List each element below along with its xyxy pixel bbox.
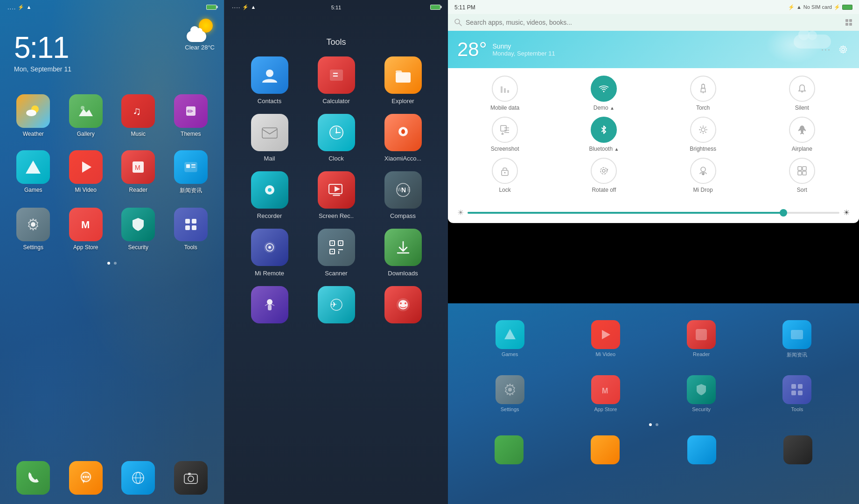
qs-btn-bluetooth[interactable] [591, 117, 617, 143]
cloud-icon [187, 31, 206, 42]
qs-btn-midrop[interactable] [690, 158, 716, 184]
brightness-max-icon: ☀ [843, 208, 850, 217]
qs-label-midrop: Mi Drop [693, 187, 713, 193]
app-item-reader[interactable]: M Reader [114, 150, 162, 195]
drawer-item-app13[interactable] [238, 286, 300, 327]
charging-icon: ⚡ [834, 4, 840, 10]
qs-item-torch[interactable]: Torch [656, 76, 751, 111]
drawer-app-grid: Contacts = Calculator Explorer Mail [224, 56, 448, 327]
drawer-icon-xiaomiaccount [384, 114, 422, 151]
drawer-label-miremote: Mi Remote [255, 270, 284, 277]
svg-rect-63 [338, 249, 340, 250]
drawer-label-explorer: Explorer [391, 98, 414, 105]
nb-dock-messages [559, 435, 651, 464]
qs-item-sort[interactable]: Sort [754, 158, 850, 193]
svg-point-31 [266, 70, 273, 77]
brightness-slider-thumb[interactable] [780, 209, 787, 217]
drawer-item-mail[interactable]: Mail [238, 114, 300, 162]
qs-item-demo[interactable]: Demo ▲ [556, 76, 651, 111]
drawer-item-downloads[interactable]: Downloads [372, 229, 434, 277]
drawer-label-screenrec: Screen Rec.. [319, 212, 354, 219]
app-item-mivideo[interactable]: Mi Video [62, 150, 110, 195]
drawer-item-clock[interactable]: Clock [305, 114, 367, 162]
svg-rect-12 [191, 164, 196, 166]
qs-btn-silent[interactable] [789, 76, 815, 102]
qs-item-silent[interactable]: Silent [754, 76, 850, 111]
wifi-notif-icon: ▲ [796, 4, 802, 10]
home-weather-widget[interactable]: Clear 28°C [185, 19, 215, 51]
dock-item-camera[interactable] [167, 461, 215, 495]
app-item-settings[interactable]: Settings [9, 208, 57, 251]
app-item-security[interactable]: Security [114, 208, 162, 251]
app-item-music[interactable]: ♫ Music [114, 94, 162, 137]
svg-text:♫: ♫ [133, 105, 141, 117]
dock-item-messages[interactable] [62, 461, 110, 495]
drawer-item-recorder[interactable]: Recorder [238, 171, 300, 219]
svg-marker-48 [335, 186, 340, 192]
notif-bottom-apps-row1: Games Mi Video Reader [455, 311, 852, 366]
app-label-weather: Weather [23, 131, 44, 137]
app-item-appstore[interactable]: M App Store [62, 208, 110, 251]
settings-btn[interactable] [837, 43, 850, 56]
app-drawer: ···· ⚡ ▲ 5:11 Tools Contacts = Calculato… [224, 0, 448, 504]
app-icon-music: ♫ [121, 94, 155, 128]
qs-btn-screenshot[interactable] [492, 117, 518, 143]
app-item-gallery[interactable]: Gallery [62, 94, 110, 137]
drawer-item-calculator[interactable]: = Calculator [305, 56, 367, 105]
drawer-item-app15[interactable] [372, 286, 434, 327]
drawer-item-scanner[interactable]: Scanner [305, 229, 367, 277]
app-item-tools[interactable]: Tools [167, 208, 215, 251]
svg-point-116 [504, 172, 506, 174]
page-dots [0, 262, 224, 265]
qs-label-sort: Sort [797, 187, 807, 193]
qs-label-rotate: Rotate off [592, 187, 616, 193]
drawer-item-explorer[interactable]: Explorer [372, 56, 434, 105]
bluetooth-drawer-icon: ⚡ [242, 4, 249, 10]
notif-weather-card: 28° Sunny Monday, September 11 ··· [448, 31, 859, 68]
dock-item-browser[interactable] [114, 461, 162, 495]
svg-point-74 [405, 302, 406, 304]
drawer-item-miremote[interactable]: Mi Remote [238, 229, 300, 277]
qs-btn-rotate[interactable] [591, 158, 617, 184]
qs-btn-torch[interactable] [690, 76, 716, 102]
app-label-mivideo: Mi Video [75, 187, 97, 193]
drawer-item-contacts[interactable]: Contacts [238, 56, 300, 105]
qs-item-airplane[interactable]: Airplane [754, 117, 850, 152]
qs-btn-sort[interactable] [789, 158, 815, 184]
qs-item-mobile-data[interactable]: Mobile data [457, 76, 552, 111]
brightness-slider[interactable] [468, 212, 839, 214]
qs-item-screenshot[interactable]: Screenshot [457, 117, 552, 152]
qs-item-brightness[interactable]: Brightness [656, 117, 751, 152]
search-icon [454, 19, 462, 26]
drawer-item-screenrec[interactable]: Screen Rec.. [305, 171, 367, 219]
app-item-weather[interactable]: Weather [9, 94, 57, 137]
search-input[interactable] [466, 19, 841, 26]
qs-item-lock[interactable]: Lock [457, 158, 552, 193]
app-icon-reader: M [121, 150, 155, 184]
qs-btn-brightness[interactable] [690, 117, 716, 143]
qs-btn-lock[interactable] [492, 158, 518, 184]
qs-item-bluetooth[interactable]: Bluetooth ▲ [556, 117, 651, 152]
qs-item-rotate[interactable]: Rotate off [556, 158, 651, 193]
dock-item-phone[interactable] [9, 461, 57, 495]
app-item-games[interactable]: Games [9, 150, 57, 195]
nb-dock-icon-browser [687, 435, 716, 464]
qs-btn-mobile-data[interactable] [492, 76, 518, 102]
drawer-icon-calculator: = [318, 56, 355, 94]
notif-bottom-apps-row2: Settings M App Store Security [455, 366, 852, 420]
qs-label-silent: Silent [795, 105, 809, 111]
app-item-themes[interactable]: ✏ Themes [167, 94, 215, 137]
drawer-item-compass[interactable]: NWE Compass [372, 171, 434, 219]
app-label-music: Music [131, 131, 146, 137]
qs-btn-airplane[interactable] [789, 117, 815, 143]
qs-item-midrop[interactable]: Mi Drop [656, 158, 751, 193]
nb-dock-phone [463, 435, 555, 464]
nb-app-games: Games [463, 320, 557, 358]
drawer-icon-scanner [318, 229, 355, 266]
nb-app-security: Security [655, 375, 748, 412]
qs-btn-demo[interactable] [591, 76, 617, 102]
drawer-item-xiaomiaccount[interactable]: XiaomiAcco... [372, 114, 434, 162]
drawer-item-app14[interactable]: ✈ [305, 286, 367, 327]
app-item-news[interactable]: 新闻资讯 [167, 150, 215, 195]
nb-icon-tools [782, 375, 811, 404]
